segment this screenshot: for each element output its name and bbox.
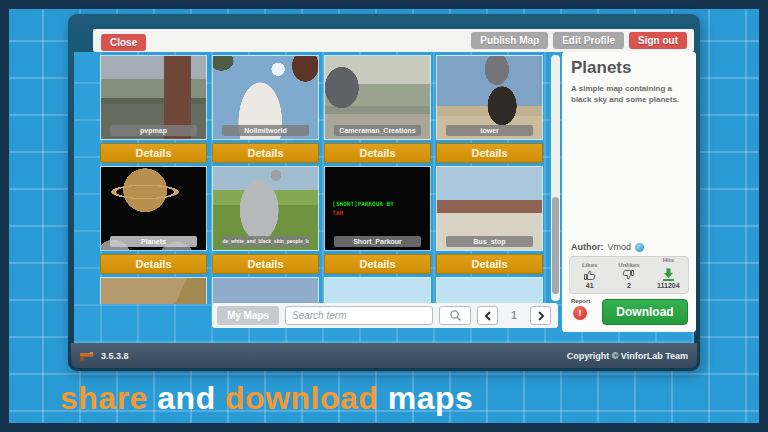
map-name-label: pvpmap	[110, 125, 196, 136]
map-tile	[324, 277, 431, 304]
download-button[interactable]: Download	[602, 299, 688, 325]
version-text: 3.5.3.8	[101, 351, 129, 361]
hits-download-icon	[662, 268, 675, 281]
map-list-scrollbar[interactable]	[551, 55, 560, 301]
author-badge-icon[interactable]	[635, 243, 644, 252]
search-icon	[449, 309, 462, 322]
map-thumbnail[interactable]: pvpmap	[100, 55, 207, 140]
map-tile: [SHORT]PARKOUR BY TAH Short_Parkour Deta…	[324, 166, 431, 274]
details-button[interactable]: Details	[436, 254, 543, 274]
next-page-button[interactable]	[530, 306, 551, 325]
details-button[interactable]: Details	[100, 143, 207, 163]
map-thumbnail[interactable]	[212, 277, 319, 304]
map-name-label: de_white_and_black_skin_people_lol	[222, 236, 308, 247]
map-description: A simple map containing a black sky and …	[571, 84, 685, 106]
details-button[interactable]: Details	[212, 254, 319, 274]
status-bar: 3.5.3.8 Copyright © VinforLab Team	[71, 343, 697, 368]
map-tile: tower Details	[436, 55, 543, 163]
search-button[interactable]	[439, 306, 471, 325]
map-browser-window: Close Publish Map Edit Profile Sign out …	[68, 14, 700, 371]
map-tile: de_white_and_black_skin_people_lol Detai…	[212, 166, 319, 274]
tagline-word: maps	[378, 380, 473, 416]
details-button[interactable]: Details	[100, 254, 207, 274]
map-tile	[100, 277, 207, 304]
scrollbar-thumb[interactable]	[552, 197, 559, 294]
map-name-label: tower	[446, 125, 532, 136]
content-area: pvpmap Details Nolimitworld Details Came…	[74, 52, 694, 345]
map-thumbnail[interactable]: tower	[436, 55, 543, 140]
copyright-text: Copyright © VinforLab Team	[567, 351, 688, 361]
details-button[interactable]: Details	[324, 254, 431, 274]
map-tile	[436, 277, 543, 304]
tagline-word: and	[148, 380, 225, 416]
parkour-screen-text: [SHORT]PARKOUR BY TAH	[332, 199, 393, 217]
map-thumbnail[interactable]: Planets	[100, 166, 207, 251]
my-maps-button[interactable]: My Maps	[217, 306, 279, 325]
prev-page-button[interactable]	[477, 306, 498, 325]
app-logo-icon	[79, 351, 95, 361]
chevron-left-icon	[484, 311, 492, 321]
tagline-word: download	[225, 380, 378, 416]
map-thumbnail[interactable]: Nolimitworld	[212, 55, 319, 140]
map-tile: Cameraman_Creations Details	[324, 55, 431, 163]
close-button[interactable]: Close	[101, 34, 146, 51]
map-thumbnail[interactable]: de_white_and_black_skin_people_lol	[212, 166, 319, 251]
map-tile	[212, 277, 319, 304]
map-detail-panel: Planets A simple map containing a black …	[562, 52, 696, 332]
report-icon[interactable]: !	[573, 306, 587, 320]
map-name-label: Short_Parkour	[334, 236, 420, 247]
thumbs-down-icon[interactable]	[622, 269, 635, 281]
map-tile: Nolimitworld Details	[212, 55, 319, 163]
map-thumbnail[interactable]: Cameraman_Creations	[324, 55, 431, 140]
details-button[interactable]: Details	[324, 143, 431, 163]
tagline-word: share	[60, 380, 148, 416]
chevron-right-icon	[537, 311, 545, 321]
map-grid: pvpmap Details Nolimitworld Details Came…	[100, 55, 546, 304]
map-tile: Bus_stop Details	[436, 166, 543, 274]
edit-profile-button[interactable]: Edit Profile	[553, 32, 624, 49]
map-name-label: Cameraman_Creations	[334, 125, 420, 136]
toolbar: Close Publish Map Edit Profile Sign out	[93, 29, 694, 52]
thumbs-up-icon[interactable]	[583, 269, 596, 281]
tagline: share and download maps	[60, 380, 473, 417]
sign-out-button[interactable]: Sign out	[629, 32, 687, 49]
map-thumbnail[interactable]: Bus_stop	[436, 166, 543, 251]
unlikes-stat: Unlikes 2	[609, 257, 648, 293]
map-tile: pvpmap Details	[100, 55, 207, 163]
map-thumbnail[interactable]	[436, 277, 543, 304]
hits-stat: Hits 111204	[649, 257, 688, 293]
author-row: Author: Vmod	[571, 242, 644, 252]
report-label: Report	[571, 298, 590, 304]
map-thumbnail[interactable]	[100, 277, 207, 304]
map-title: Planets	[571, 58, 631, 78]
stats-box: Likes 41 Unlikes 2	[569, 256, 689, 294]
map-name-label: Bus_stop	[446, 236, 532, 247]
details-button[interactable]: Details	[436, 143, 543, 163]
map-thumbnail[interactable]: [SHORT]PARKOUR BY TAH Short_Parkour	[324, 166, 431, 251]
map-thumbnail[interactable]	[324, 277, 431, 304]
page-number: 1	[504, 310, 524, 321]
author-name: Vmod	[608, 242, 632, 252]
map-name-label: Nolimitworld	[222, 125, 308, 136]
map-name-label: Planets	[110, 236, 196, 247]
details-button[interactable]: Details	[212, 143, 319, 163]
likes-stat: Likes 41	[570, 257, 609, 293]
publish-map-button[interactable]: Publish Map	[471, 32, 548, 49]
bottom-controls: My Maps 1	[212, 303, 558, 328]
search-input[interactable]	[285, 306, 433, 325]
author-label: Author:	[571, 242, 604, 252]
map-tile: Planets Details	[100, 166, 207, 274]
